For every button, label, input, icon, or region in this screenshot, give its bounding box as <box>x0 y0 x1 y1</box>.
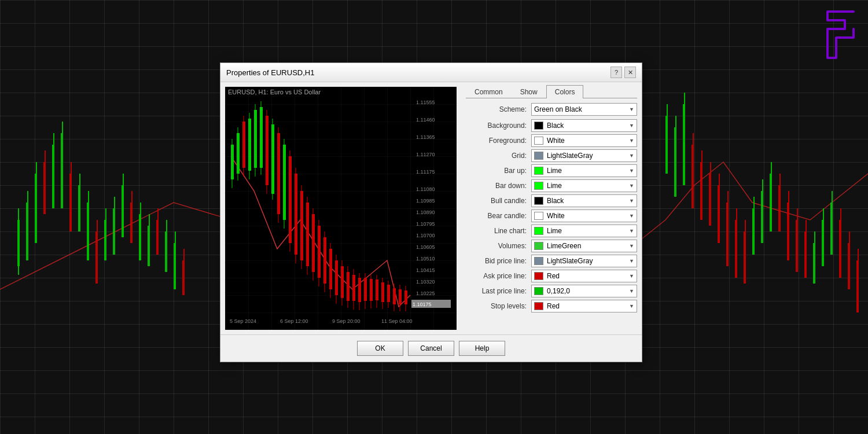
color-dropdown-arrow-foreground: ▼ <box>629 138 634 144</box>
tab-colors[interactable]: Colors <box>546 85 584 98</box>
color-select-bull_candle[interactable]: Black ▼ <box>531 194 637 207</box>
color-value-bar_up: Lime <box>547 167 628 175</box>
ok-button[interactable]: OK <box>357 341 403 356</box>
color-row-line_chart: Line chart: Lime ▼ <box>466 225 637 237</box>
svg-text:1.11555: 1.11555 <box>416 100 435 105</box>
svg-rect-124 <box>266 116 269 185</box>
color-swatch-ask_price_line <box>534 272 543 280</box>
svg-rect-184 <box>381 282 384 302</box>
tab-common[interactable]: Common <box>466 85 512 98</box>
svg-rect-109 <box>237 133 240 174</box>
color-value-bear_candle: White <box>547 212 628 220</box>
color-row-bar_up: Bar up: Lime ▼ <box>466 164 637 177</box>
color-swatch-bear_candle <box>534 212 543 220</box>
svg-rect-160 <box>335 260 338 295</box>
color-dropdown-arrow-volumes: ▼ <box>629 243 634 249</box>
color-dropdown-arrow-bar_down: ▼ <box>629 183 634 189</box>
svg-rect-130 <box>277 133 280 214</box>
color-row-grid: Grid: LightSlateGray ▼ <box>466 149 637 162</box>
color-swatch-volumes <box>534 242 543 250</box>
svg-rect-175 <box>364 278 367 301</box>
tab-show[interactable]: Show <box>512 85 546 98</box>
color-dropdown-arrow-grid: ▼ <box>629 153 634 159</box>
color-dropdown-arrow-background: ▼ <box>629 123 634 128</box>
svg-rect-193 <box>399 289 402 304</box>
color-row-bar_down: Bar down: Lime ▼ <box>466 179 637 192</box>
color-row-bid_price_line: Bid price line: LightSlateGray ▼ <box>466 255 637 267</box>
color-label-bar_down: Bar down: <box>466 182 527 190</box>
color-swatch-grid <box>534 152 543 160</box>
color-select-bar_down[interactable]: Lime ▼ <box>531 179 637 192</box>
color-value-foreground: White <box>547 137 628 145</box>
color-select-volumes[interactable]: LimeGreen ▼ <box>531 240 637 252</box>
svg-rect-106 <box>231 145 234 179</box>
svg-rect-139 <box>295 174 297 255</box>
color-select-bid_price_line[interactable]: LightSlateGray ▼ <box>531 255 637 267</box>
svg-rect-178 <box>370 279 373 301</box>
color-value-bid_price_line: LightSlateGray <box>547 257 628 265</box>
color-swatch-stop_levels <box>534 302 543 310</box>
properties-dialog: Properties of EURUSD,H1 ? ✕ EURUSD, H1: … <box>220 62 642 362</box>
chart-preview-label: EURUSD, H1: Euro vs US Dollar <box>228 89 321 95</box>
svg-text:11 Sep 04:00: 11 Sep 04:00 <box>381 318 413 324</box>
scheme-select[interactable]: Green on Black ▼ <box>531 103 637 116</box>
color-select-line_chart[interactable]: Lime ▼ <box>531 225 637 237</box>
color-label-bull_candle: Bull candle: <box>466 197 527 205</box>
color-row-stop_levels: Stop levels: Red ▼ <box>466 300 637 312</box>
scheme-label: Scheme: <box>466 105 527 113</box>
svg-rect-157 <box>329 249 332 289</box>
color-value-last_price_line: 0,192,0 <box>547 287 628 295</box>
svg-text:1.11460: 1.11460 <box>416 117 435 123</box>
close-button[interactable]: ✕ <box>624 67 636 78</box>
svg-text:1.10510: 1.10510 <box>416 256 435 262</box>
scheme-value: Green on Black <box>534 105 628 113</box>
color-row-last_price_line: Last price line: 0,192,0 ▼ <box>466 285 637 297</box>
color-select-grid[interactable]: LightSlateGray ▼ <box>531 149 637 162</box>
svg-text:1.10890: 1.10890 <box>416 209 435 215</box>
color-label-bid_price_line: Bid price line: <box>466 257 527 265</box>
svg-text:6 Sep 12:00: 6 Sep 12:00 <box>280 318 308 324</box>
color-swatch-foreground <box>534 137 543 145</box>
color-select-ask_price_line[interactable]: Red ▼ <box>531 270 637 282</box>
svg-text:5 Sep 2024: 5 Sep 2024 <box>230 318 256 324</box>
color-select-last_price_line[interactable]: 0,192,0 ▼ <box>531 285 637 297</box>
scheme-dropdown-arrow: ▼ <box>629 106 634 112</box>
cancel-button[interactable]: Cancel <box>408 341 454 356</box>
color-dropdown-arrow-bar_up: ▼ <box>629 168 634 174</box>
svg-text:1.10320: 1.10320 <box>416 279 435 285</box>
svg-rect-163 <box>341 266 344 298</box>
svg-rect-196 <box>404 290 407 304</box>
svg-rect-118 <box>254 110 257 168</box>
color-select-background[interactable]: Black ▼ <box>531 119 637 132</box>
svg-rect-133 <box>283 145 286 220</box>
svg-rect-148 <box>312 214 315 272</box>
color-swatch-bull_candle <box>534 197 543 205</box>
svg-text:1.10795: 1.10795 <box>416 221 435 227</box>
color-value-ask_price_line: Red <box>547 272 628 280</box>
color-value-line_chart: Lime <box>547 227 628 235</box>
svg-rect-112 <box>242 122 245 168</box>
svg-text:1.11365: 1.11365 <box>416 134 435 140</box>
color-select-foreground[interactable]: White ▼ <box>531 134 637 147</box>
svg-rect-121 <box>260 107 263 168</box>
color-select-bar_up[interactable]: Lime ▼ <box>531 164 637 177</box>
color-label-volumes: Volumes: <box>466 242 527 250</box>
svg-text:1.10985: 1.10985 <box>416 198 435 204</box>
color-swatch-bar_down <box>534 182 543 190</box>
svg-text:1.10415: 1.10415 <box>416 267 435 273</box>
color-value-bull_candle: Black <box>547 197 628 205</box>
help-titlebar-button[interactable]: ? <box>610 67 622 78</box>
color-label-grid: Grid: <box>466 152 527 160</box>
color-select-bear_candle[interactable]: White ▼ <box>531 209 637 222</box>
svg-text:1.10700: 1.10700 <box>416 233 435 238</box>
help-button[interactable]: Help <box>459 341 505 356</box>
dialog-overlay: Properties of EURUSD,H1 ? ✕ EURUSD, H1: … <box>0 0 868 434</box>
svg-rect-181 <box>376 279 378 300</box>
color-row-ask_price_line: Ask price line: Red ▼ <box>466 270 637 282</box>
color-row-foreground: Foreground: White ▼ <box>466 134 637 147</box>
color-select-stop_levels[interactable]: Red ▼ <box>531 300 637 312</box>
color-dropdown-arrow-line_chart: ▼ <box>629 228 634 234</box>
dialog-title: Properties of EURUSD,H1 <box>226 68 314 77</box>
color-value-volumes: LimeGreen <box>547 242 628 250</box>
color-label-line_chart: Line chart: <box>466 227 527 235</box>
